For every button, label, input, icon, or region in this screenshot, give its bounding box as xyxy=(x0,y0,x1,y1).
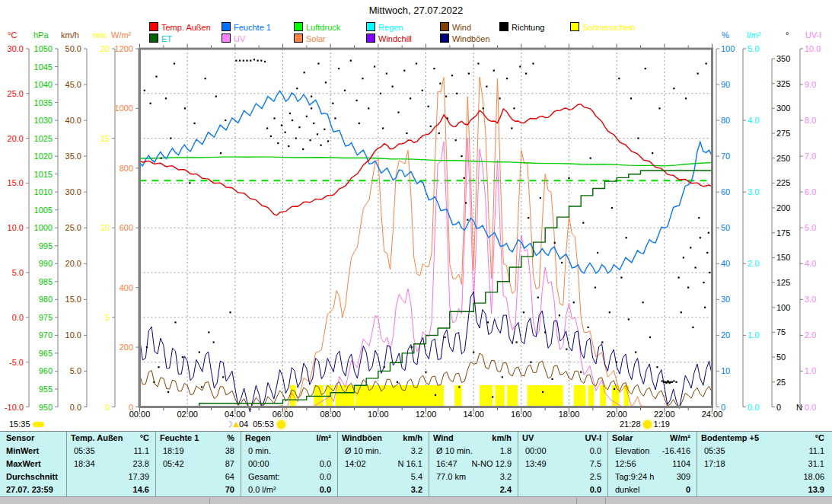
direction-dot xyxy=(601,341,603,343)
direction-dot xyxy=(325,81,327,83)
direction-dot xyxy=(656,366,658,368)
direction-dot xyxy=(673,380,674,381)
direction-dot xyxy=(678,276,680,278)
direction-dot xyxy=(537,297,539,298)
direction-dot xyxy=(344,90,346,91)
direction-dot xyxy=(270,136,272,137)
direction-dot xyxy=(428,106,429,107)
table-value: 11.1 xyxy=(71,445,149,458)
moonrise-marker: ☽04 05:53 xyxy=(225,419,285,429)
direction-dot xyxy=(277,142,279,144)
direction-dot xyxy=(499,97,501,99)
table-value: 0.0 xyxy=(245,458,331,471)
direction-dot xyxy=(292,120,293,121)
direction-dot xyxy=(359,123,360,124)
table-value: 7.5 xyxy=(522,458,601,471)
direction-dot xyxy=(289,113,291,114)
direction-dot xyxy=(675,381,677,383)
direction-dot xyxy=(257,60,259,62)
table-value: 5.4 xyxy=(342,471,422,483)
direction-dot xyxy=(411,346,413,348)
snapshot-time-label: 15:35 xyxy=(9,419,44,429)
direction-dot xyxy=(513,107,515,109)
table-value: -16.416 xyxy=(612,445,690,458)
sunset-marker: 21:281:19 xyxy=(620,419,670,429)
direction-dot xyxy=(313,123,314,124)
table-value: 0.0 xyxy=(522,483,601,496)
table-col-unit: % xyxy=(160,432,234,445)
direction-dot xyxy=(410,97,411,99)
direction-dot xyxy=(635,352,636,353)
direction-dot xyxy=(273,117,275,119)
direction-dot xyxy=(465,202,467,203)
direction-dot xyxy=(642,301,644,303)
direction-dot xyxy=(222,376,224,378)
direction-dot xyxy=(568,177,569,179)
direction-dot xyxy=(540,197,541,199)
direction-dot xyxy=(298,126,300,128)
table-value: 18.06 xyxy=(701,471,824,483)
table-col-unit: W/m² xyxy=(612,432,690,445)
direction-dot xyxy=(451,75,453,76)
direction-dot xyxy=(511,127,512,129)
direction-dot xyxy=(630,97,632,99)
direction-dot xyxy=(174,321,176,323)
direction-dot xyxy=(362,78,363,79)
direction-dot xyxy=(266,127,268,129)
direction-dot xyxy=(281,124,282,126)
direction-dot xyxy=(215,96,217,97)
direction-dot xyxy=(573,301,575,303)
moonset-time: 1:19 xyxy=(654,419,670,429)
table-col-unit: °C xyxy=(701,432,824,445)
table-value: 2.4 xyxy=(433,483,512,496)
direction-dot xyxy=(170,137,171,139)
direction-dot xyxy=(447,117,448,119)
direction-dot xyxy=(519,65,521,67)
x-tick-label: 02:00 xyxy=(171,410,204,419)
direction-dot xyxy=(324,129,325,130)
direction-dot xyxy=(544,331,546,333)
x-tick-label: 14:00 xyxy=(457,410,490,419)
direction-dot xyxy=(288,145,289,147)
table-value: 1.8 xyxy=(433,445,512,458)
direction-dot xyxy=(690,247,691,248)
direction-dot xyxy=(487,321,489,323)
direction-dot xyxy=(158,366,159,368)
weather-chart-plot xyxy=(0,0,832,504)
direction-dot xyxy=(709,272,710,273)
direction-dot xyxy=(468,73,470,75)
direction-dot xyxy=(386,73,387,75)
table-value: 11.1 xyxy=(701,445,824,458)
direction-dot xyxy=(229,311,231,313)
direction-dot xyxy=(609,311,610,313)
direction-dot xyxy=(213,341,215,343)
direction-dot xyxy=(384,366,385,368)
direction-dot xyxy=(626,237,627,238)
direction-dot xyxy=(182,356,183,358)
direction-dot xyxy=(438,132,440,134)
direction-dot xyxy=(671,381,673,383)
direction-dot xyxy=(525,73,527,75)
direction-dot xyxy=(506,78,508,79)
direction-dot xyxy=(311,107,312,109)
table-value: 0 xyxy=(612,483,690,496)
direction-dot xyxy=(285,132,286,133)
direction-dot xyxy=(317,133,318,135)
status-bar xyxy=(0,496,832,504)
direction-dot xyxy=(317,62,319,64)
direction-dot xyxy=(205,78,206,79)
sunshine-block xyxy=(480,385,493,407)
direction-dot xyxy=(235,60,237,62)
direction-dot xyxy=(616,362,617,363)
cloud-icon xyxy=(33,422,44,427)
direction-dot xyxy=(167,391,169,393)
direction-dot xyxy=(350,60,352,62)
x-tick-label: 00:00 xyxy=(123,410,157,419)
x-tick-label: 08:00 xyxy=(314,410,347,419)
table-value: 13.9 xyxy=(701,483,824,496)
direction-dot xyxy=(456,93,457,94)
x-tick-label: 20:00 xyxy=(600,410,633,419)
direction-dot xyxy=(189,182,190,183)
direction-dot xyxy=(652,152,653,154)
direction-dot xyxy=(201,386,202,388)
